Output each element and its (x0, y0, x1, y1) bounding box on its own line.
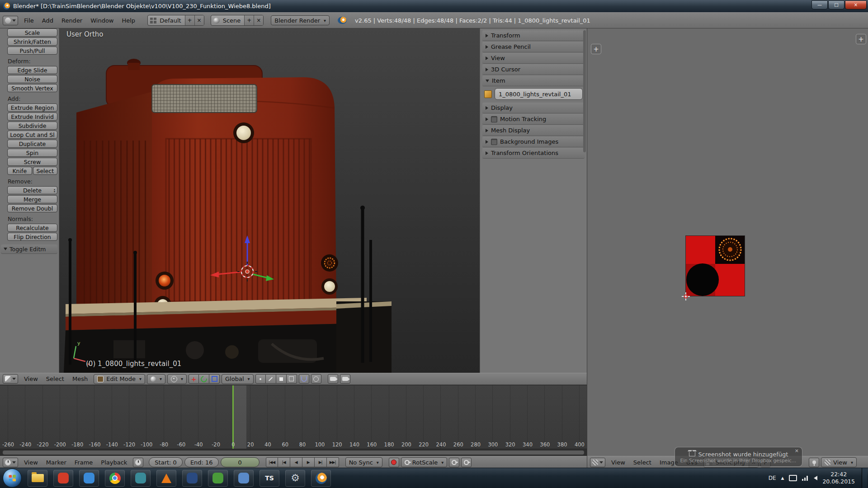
tool-button-flip-direction[interactable]: Flip Direction (7, 233, 57, 241)
tray-expand-icon[interactable]: ▲ (781, 476, 784, 480)
jump-to-end-button[interactable]: ▶▶| (327, 457, 339, 467)
minimize-button[interactable]: — (811, 0, 828, 9)
tool-button-loop-cut-and-sl[interactable]: Loop Cut and Sl (7, 131, 57, 139)
frame-start-field[interactable]: Start: 0 (149, 457, 183, 467)
panel-header-background-images[interactable]: Background Images (482, 136, 585, 147)
uv-menu-view[interactable]: View (607, 459, 629, 466)
panel-checkbox[interactable] (491, 139, 497, 145)
timeline-editor[interactable]: -260-240-220-200-180-160-140-120-100-80-… (0, 385, 587, 469)
uv-menu-select[interactable]: Select (629, 459, 656, 466)
notification-toast[interactable]: Screenshot wurde hinzugefügt Ein Screens… (675, 447, 802, 467)
viewport-3d[interactable]: y x User Ortho (0) 1_0800_lights_revtail… (0, 28, 587, 385)
tool-button-recalculate[interactable]: Recalculate (7, 224, 57, 232)
prev-keyframe-button[interactable]: |◀ (278, 457, 290, 467)
object-name-input[interactable]: 1_0800_lights_revtail_01 (495, 88, 583, 100)
sync-dropdown[interactable]: No Sync (345, 457, 382, 467)
pivot-dropdown[interactable] (167, 374, 187, 384)
texture-image[interactable] (685, 235, 745, 296)
editor-type-button[interactable] (3, 16, 18, 25)
keyframe-insert-button[interactable] (449, 458, 459, 467)
taskbar-gear-icon[interactable]: ⚙ (285, 470, 305, 487)
viewport-render[interactable]: y x (59, 28, 480, 373)
snap-button[interactable] (299, 374, 309, 384)
taskbar-vlc-icon[interactable] (156, 470, 176, 487)
proportional-edit-button[interactable] (311, 374, 321, 384)
main-menu-add[interactable]: Add (38, 17, 57, 24)
taskbar-app-navy-icon[interactable] (182, 470, 202, 487)
show-desktop-button[interactable] (862, 468, 867, 488)
image-pin-button[interactable] (809, 458, 819, 467)
frame-end-field[interactable]: End: 16 (184, 457, 219, 467)
viewport-menu-select[interactable]: Select (42, 375, 68, 382)
timeline-menu-view[interactable]: View (20, 459, 42, 466)
render-opengl-button[interactable] (328, 374, 338, 384)
uv-2d-cursor[interactable] (682, 292, 690, 300)
tool-button-extrude-individ[interactable]: Extrude Individ (7, 113, 57, 121)
display-mode-dropdown[interactable]: View (821, 457, 857, 467)
editor-type-button[interactable] (590, 458, 605, 467)
main-menu-window[interactable]: Window (86, 17, 118, 24)
layout-add-button[interactable]: + (185, 15, 194, 25)
taskbar-blender-icon[interactable] (311, 470, 331, 487)
editor-type-button[interactable] (3, 374, 18, 384)
current-frame-indicator[interactable] (232, 385, 234, 449)
panel-header-motion-tracking[interactable]: Motion Tracking (482, 114, 585, 125)
display-tray-icon[interactable] (789, 475, 797, 481)
maximize-button[interactable]: □ (828, 0, 844, 9)
network-tray-icon[interactable] (802, 476, 809, 481)
scene-delete-button[interactable]: × (254, 15, 263, 25)
face-select-button[interactable] (276, 374, 287, 384)
timeline-menu-playback[interactable]: Playback (97, 459, 131, 466)
panel-header-transform[interactable]: Transform (482, 30, 585, 41)
tool-button-select[interactable]: Select (33, 167, 58, 175)
keyframe-delete-button[interactable] (461, 458, 472, 467)
volume-tray-icon[interactable] (814, 476, 817, 480)
uv-image-editor[interactable]: + + ViewSelectImageUVs Slicht.png × F Vi… (587, 28, 868, 469)
main-menu-file[interactable]: File (20, 17, 38, 24)
panel-checkbox[interactable] (491, 116, 497, 122)
tool-button-subdivide[interactable]: Subdivide (7, 122, 57, 130)
tool-button-shrink-fatten[interactable]: Shrink/Fatten (7, 38, 57, 46)
taskbar-app-teal-icon[interactable] (131, 470, 151, 487)
clock[interactable]: 22:42 20.06.2015 (822, 471, 855, 486)
panel-header-display[interactable]: Display (482, 103, 585, 113)
scale-manipulator-button[interactable] (209, 374, 220, 384)
panel-header-grease-pencil[interactable]: Grease Pencil (482, 42, 585, 52)
panel-scrollbar[interactable] (583, 30, 586, 152)
tool-button-extrude-region[interactable]: Extrude Region (7, 103, 57, 112)
close-button[interactable]: × (845, 0, 867, 9)
render-opengl-anim-button[interactable] (340, 374, 350, 384)
tool-button-edge-slide[interactable]: Edge Slide (7, 66, 57, 74)
edge-select-button[interactable] (266, 374, 276, 384)
editor-type-button[interactable] (3, 458, 18, 467)
taskbar-app-red-icon[interactable] (53, 470, 73, 487)
tool-button-merge[interactable]: Merge (7, 195, 57, 203)
tool-button-scale[interactable]: Scale (7, 28, 57, 37)
translate-manipulator-button[interactable]: + (189, 374, 199, 384)
timeline-scrollbar[interactable] (0, 449, 587, 456)
auto-keyframe-button[interactable] (389, 458, 399, 467)
taskbar-trainsim-icon[interactable]: TS (259, 470, 279, 487)
window-titlebar[interactable]: Blender* [D:\TrainSimBlender\Blender Obj… (0, 0, 868, 12)
panel-header-transform-orientations[interactable]: Transform Orientations (482, 148, 585, 159)
scrollbar-thumb[interactable] (3, 450, 584, 455)
panel-header-3d-cursor[interactable]: 3D Cursor (482, 64, 585, 75)
preview-range-button[interactable] (133, 458, 143, 467)
tool-button-duplicate[interactable]: Duplicate (7, 140, 57, 148)
play-reverse-button[interactable]: ◀ (290, 457, 302, 467)
timeline-menu-marker[interactable]: Marker (42, 459, 71, 466)
panel-header-view[interactable]: View (482, 53, 585, 64)
taskbar-app-blue-icon[interactable] (79, 470, 99, 487)
timeline-menu-frame[interactable]: Frame (71, 459, 97, 466)
current-frame-field[interactable]: 0 (221, 457, 259, 467)
tool-button-noise[interactable]: Noise (7, 75, 57, 83)
main-menu-render[interactable]: Render (57, 17, 86, 24)
tool-button-remove-doubl[interactable]: Remove Doubl (7, 204, 57, 212)
taskbar-chrome-icon[interactable] (105, 470, 125, 487)
tool-button-push-pull[interactable]: Push/Pull (7, 47, 57, 55)
scene-selector[interactable]: Scene + × (211, 15, 264, 26)
jump-to-start-button[interactable]: |◀◀ (266, 457, 278, 467)
tool-button-knife[interactable]: Knife (7, 167, 32, 175)
language-indicator[interactable]: DE (769, 475, 776, 481)
vertex-select-button[interactable] (255, 374, 266, 384)
